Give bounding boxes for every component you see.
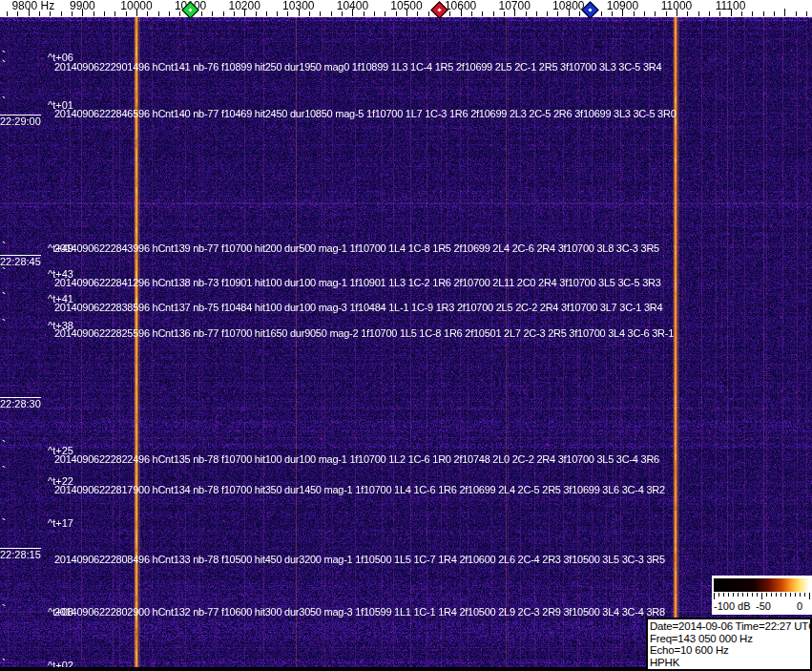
db-tick xyxy=(776,593,777,597)
frequency-tick xyxy=(428,11,429,16)
frequency-tick xyxy=(256,11,257,16)
marker-center-dot xyxy=(588,8,592,11)
frequency-tick xyxy=(687,11,688,16)
frequency-tick xyxy=(201,11,202,16)
db-tick xyxy=(723,593,724,597)
frequency-tick xyxy=(7,11,8,16)
frequency-tick xyxy=(352,9,353,16)
frequency-tick xyxy=(514,9,515,16)
spectrogram-display xyxy=(0,17,812,671)
frequency-tick xyxy=(482,11,483,16)
frequency-tick xyxy=(547,11,548,16)
db-color-legend: -100 dB -50 0 xyxy=(712,576,812,615)
frequency-tick xyxy=(50,11,51,16)
frequency-tick xyxy=(94,11,94,16)
db-tick xyxy=(752,593,753,597)
frequency-tick xyxy=(277,11,278,16)
frequency-tick xyxy=(601,11,602,16)
db-tick xyxy=(728,593,729,597)
frequency-tick xyxy=(309,11,310,16)
db-tick xyxy=(757,593,758,597)
frequency-tick xyxy=(287,11,288,16)
frequency-tick xyxy=(406,9,407,16)
frequency-tick xyxy=(493,11,494,16)
frequency-axis: 9800 Hz990010000101001020010300104001050… xyxy=(0,0,812,17)
frequency-tick xyxy=(752,11,753,16)
frequency-tick xyxy=(396,11,397,16)
db-tick xyxy=(718,593,719,597)
frequency-tick xyxy=(82,9,83,16)
frequency-tick xyxy=(536,11,537,16)
frequency-tick xyxy=(569,9,570,16)
frequency-tick xyxy=(731,9,732,16)
db-tick xyxy=(738,593,739,597)
db-tick xyxy=(714,593,715,599)
spectrogram-viewer-window: 22:29:0022:28:4522:28:3022:28:15^t+06201… xyxy=(0,0,812,671)
frequency-tick xyxy=(557,11,558,16)
db-tick xyxy=(747,593,748,597)
frequency-tick xyxy=(115,11,115,16)
frequency-tick xyxy=(234,11,235,16)
db-tick xyxy=(795,593,796,597)
frequency-tick xyxy=(644,11,645,16)
db-label-min: -100 dB xyxy=(714,600,751,612)
db-tick xyxy=(800,593,801,597)
frequency-tick xyxy=(212,11,213,16)
frequency-tick xyxy=(526,11,527,16)
colormap-gradient-bar xyxy=(714,578,809,592)
frequency-tick xyxy=(806,11,807,16)
db-tick xyxy=(733,593,734,597)
db-tick xyxy=(804,593,805,597)
db-tick xyxy=(761,593,762,599)
frequency-tick xyxy=(709,11,710,16)
db-tick xyxy=(742,593,743,597)
frequency-tick xyxy=(471,11,472,16)
frequency-tick xyxy=(147,11,148,16)
frequency-tick xyxy=(417,11,418,16)
db-tick xyxy=(790,593,791,597)
db-tick xyxy=(771,593,772,597)
info-date-time: Date=2014-09-06 Time=22:27 UTC xyxy=(650,620,808,633)
frequency-tick xyxy=(179,11,180,16)
frequency-tick xyxy=(774,11,775,16)
frequency-tick xyxy=(17,11,18,16)
frequency-tick xyxy=(666,11,667,16)
frequency-tick xyxy=(677,9,677,16)
marker-center-dot xyxy=(437,8,441,11)
db-tick xyxy=(809,593,810,599)
info-frequency: Freq=143 050 000 Hz xyxy=(650,633,808,645)
db-tick xyxy=(781,593,781,597)
status-info-box: Date=2014-09-06 Time=22:27 UTC Freq=143 … xyxy=(646,618,812,671)
frequency-tick xyxy=(622,9,623,16)
info-station-code: HPHK xyxy=(650,657,808,669)
frequency-tick xyxy=(342,11,343,16)
frequency-tick xyxy=(364,11,364,16)
frequency-tick xyxy=(266,11,267,16)
frequency-tick xyxy=(461,9,462,16)
frequency-tick xyxy=(158,11,159,16)
frequency-tick xyxy=(784,9,785,16)
frequency-tick xyxy=(72,11,73,16)
frequency-tick xyxy=(763,11,764,16)
frequency-tick xyxy=(320,11,321,16)
frequency-tick xyxy=(331,11,332,16)
info-echo-freq: Echo=10 600 Hz xyxy=(650,644,808,657)
db-label-max: 0 xyxy=(797,600,802,612)
frequency-tick xyxy=(719,11,720,16)
frequency-tick xyxy=(299,9,300,16)
frequency-tick xyxy=(104,11,105,16)
frequency-tick-label: 9800 Hz xyxy=(11,0,54,11)
frequency-tick xyxy=(29,9,30,16)
frequency-tick xyxy=(504,11,505,16)
frequency-tick xyxy=(61,11,62,16)
frequency-tick xyxy=(449,11,450,16)
db-label-mid: -50 xyxy=(756,600,771,612)
marker-center-dot xyxy=(188,8,192,11)
frequency-tick xyxy=(223,11,224,16)
db-tick xyxy=(766,593,767,597)
frequency-tick xyxy=(741,11,742,16)
frequency-tick xyxy=(136,9,137,16)
frequency-tick xyxy=(655,11,656,16)
frequency-tick xyxy=(634,11,635,16)
frequency-tick xyxy=(374,11,375,16)
